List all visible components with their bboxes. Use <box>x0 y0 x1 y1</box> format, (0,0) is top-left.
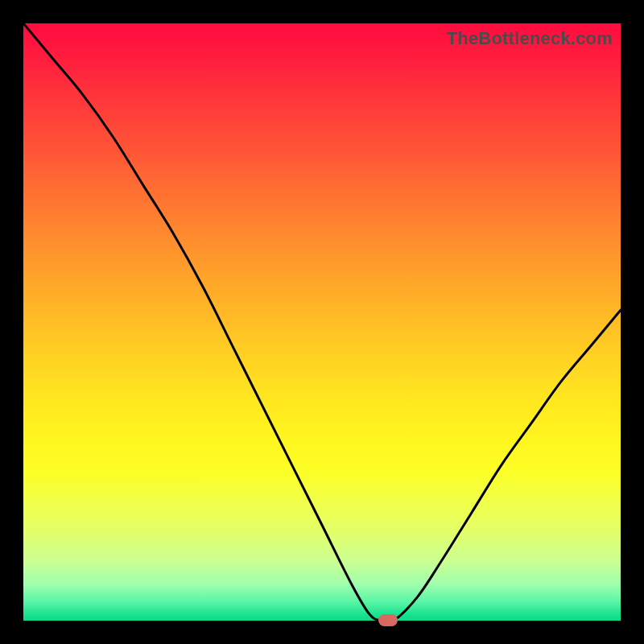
plot-area: TheBottleneck.com <box>23 23 621 621</box>
optimal-point-marker <box>378 614 398 626</box>
bottleneck-curve <box>23 23 621 621</box>
chart-frame: TheBottleneck.com <box>0 0 644 644</box>
